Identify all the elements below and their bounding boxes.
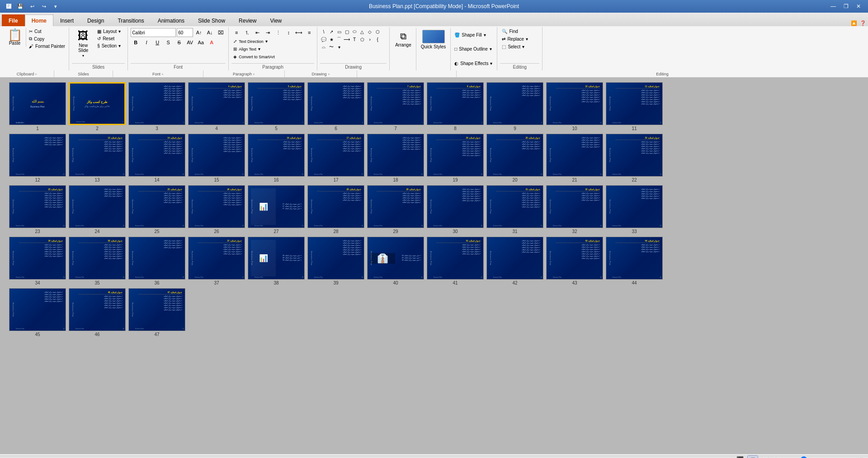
slide-thumb[interactable]: Business Plan عنوان اسلاید 4 • محتوای نم… bbox=[188, 82, 245, 131]
tab-slideshow[interactable]: Slide Show bbox=[191, 14, 232, 26]
shape-star[interactable]: ★ bbox=[328, 36, 335, 43]
tab-design[interactable]: Design bbox=[80, 14, 111, 26]
drawing-dialog-icon[interactable]: ⬦ bbox=[328, 72, 330, 76]
shape-outline-button[interactable]: □ Shape Outline ▾ bbox=[453, 46, 494, 52]
smartart-button[interactable]: ◈ Convert to SmartArt bbox=[231, 53, 277, 60]
slide-thumb[interactable]: Business Plan • محتوای نمونه برای اسلاید… bbox=[546, 134, 603, 182]
font-color-btn[interactable]: A bbox=[207, 38, 217, 47]
slide-thumb[interactable]: Business Plan عنوان اسلاید 28 • محتوای ن… bbox=[307, 185, 364, 234]
slide-thumb[interactable]: Business Plan • محتوای نمونه برای اسلاید… bbox=[128, 237, 185, 285]
slide-thumb[interactable]: Business Plan عنوان اسلاید 19 • محتوای ن… bbox=[427, 134, 484, 182]
section-button[interactable]: § Section ▾ bbox=[95, 42, 123, 49]
columns-btn[interactable]: ⋮ bbox=[273, 28, 283, 37]
slide-thumb[interactable]: Business Plan عنوان اسلاید 8 • محتوای نم… bbox=[427, 82, 484, 131]
slide-thumb[interactable]: Business Plan عنوان اسلاید 5 • محتوای نم… bbox=[248, 82, 305, 131]
shape-brace[interactable]: { bbox=[374, 36, 381, 43]
format-painter-button[interactable]: 🖌 Format Painter bbox=[27, 43, 67, 50]
layout-button[interactable]: ▦ Layout ▾ bbox=[95, 28, 123, 35]
text-direction-button[interactable]: ⤢ Text Direction ▾ bbox=[231, 38, 269, 45]
slide-thumb[interactable]: Business Plan عنوان اسلاید 31 • محتوای ن… bbox=[486, 185, 543, 234]
slide-thumb[interactable]: Business Plan عنوان اسلاید 34 • محتوای ن… bbox=[9, 237, 66, 285]
slide-thumb[interactable]: Business Plan عنوان اسلاید 14 • محتوای ن… bbox=[128, 134, 185, 182]
slide-thumb[interactable]: Business Plan • محتوای نمونه برای اسلاید… bbox=[128, 82, 185, 131]
paste-button[interactable]: 📋 Paste bbox=[4, 28, 26, 47]
slide-thumb[interactable]: Business Plan • محتوای نمونه برای اسلاید… bbox=[606, 185, 663, 234]
font-name-input[interactable] bbox=[131, 28, 176, 37]
slide-thumb[interactable]: Business Plan • محتوای نمونه برای اسلاید… bbox=[307, 237, 364, 285]
shape-curve[interactable]: ⌒ bbox=[335, 36, 343, 43]
slide-thumb[interactable]: Business Plan عنوان اسلاید 20 • محتوای ن… bbox=[486, 134, 543, 182]
tab-home[interactable]: Home bbox=[25, 14, 53, 26]
slide-thumb[interactable]: Business Plan عنوان اسلاید 46 • محتوای ن… bbox=[69, 288, 126, 337]
decrease-font-btn[interactable]: A↓ bbox=[205, 28, 215, 37]
slide-thumb[interactable]: Business Plan • محتوای نمونه برای اسلاید… bbox=[486, 82, 543, 131]
slide-thumb[interactable]: Business Plan عنوان اسلاید 13 • محتوای ن… bbox=[69, 134, 126, 182]
line-spacing-btn[interactable]: ↕ bbox=[283, 28, 293, 37]
slide-thumb[interactable]: Business Plan • محتوای نمونه برای اسلاید… bbox=[9, 134, 66, 182]
slide-thumb[interactable]: Business Plan 📊 • • متن نمونه برای اسلای… bbox=[248, 237, 305, 285]
tab-insert[interactable]: Insert bbox=[53, 14, 80, 26]
slide-thumb[interactable]: Business Plan عنوان اسلاید 32 • محتوای ن… bbox=[546, 185, 603, 234]
char-spacing-btn[interactable]: AV bbox=[185, 38, 195, 47]
slide-thumb[interactable]: Business Plan • محتوای نمونه برای اسلاید… bbox=[486, 237, 543, 285]
slide-thumb[interactable]: Business Plan عنوان اسلاید 10 • محتوای ن… bbox=[546, 82, 603, 131]
slide-thumb[interactable]: Business Plan • محتوای نمونه برای اسلاید… bbox=[307, 82, 364, 131]
slide-thumb[interactable]: Business Plan عنوان اسلاید 7 • محتوای نم… bbox=[367, 82, 424, 131]
slide-thumb[interactable]: Business Plan عنوان اسلاید 47 • محتوای ن… bbox=[128, 288, 185, 337]
new-slide-button[interactable]: 🖼 New Slide ▾ bbox=[72, 28, 94, 59]
slide-thumb[interactable]: Business Plan • محتوای نمونه برای اسلاید… bbox=[367, 134, 424, 182]
shape-diamond[interactable]: ◇ bbox=[366, 28, 373, 35]
shape-effects-button[interactable]: ◐ Shape Effects ▾ bbox=[453, 60, 494, 67]
clear-format-btn[interactable]: ⌧ bbox=[216, 28, 226, 37]
help-icon[interactable]: ❓ bbox=[860, 20, 866, 26]
copy-button[interactable]: ⧉ Copy bbox=[27, 35, 67, 42]
slide-thumb[interactable]: Business Plan عنوان اسلاید 26 • محتوای ن… bbox=[188, 185, 245, 234]
dropdown-btn[interactable]: ▾ bbox=[51, 2, 61, 11]
slide-thumb[interactable]: Business Plan عنوان اسلاید 23 • محتوای ن… bbox=[9, 185, 66, 234]
tab-review[interactable]: Review bbox=[232, 14, 263, 26]
text-direction-btn[interactable]: ⟷ bbox=[294, 28, 304, 37]
slide-thumb[interactable]: Business Plan 📊 • • متن نمونه برای اسلای… bbox=[248, 185, 305, 234]
minimize-btn[interactable]: — bbox=[827, 2, 839, 11]
cut-button[interactable]: ✂ Cut bbox=[27, 28, 67, 35]
clipboard-dialog-icon[interactable]: ⬦ bbox=[35, 72, 37, 76]
reset-button[interactable]: ↺ Reset bbox=[95, 35, 123, 42]
decrease-indent-btn[interactable]: ⇤ bbox=[252, 28, 262, 37]
restore-btn[interactable]: ❐ bbox=[840, 2, 852, 11]
font-dialog-icon[interactable]: ⬦ bbox=[161, 72, 164, 76]
slide-thumb[interactable]: Business Plan بسم الله Business Plan ⏱ 0… bbox=[9, 82, 66, 131]
slide-thumb[interactable]: Business Plan • محتوای نمونه برای اسلاید… bbox=[427, 185, 484, 234]
shape-line[interactable]: \ bbox=[320, 28, 327, 35]
italic-btn[interactable]: I bbox=[142, 38, 151, 47]
align-text-button[interactable]: ⊞ Align Text ▾ bbox=[231, 46, 262, 52]
slide-thumb[interactable]: Business Plan • محتوای نمونه برای اسلاید… bbox=[9, 288, 66, 337]
tab-animations[interactable]: Animations bbox=[151, 14, 191, 26]
slide-thumb[interactable]: Business Plan عنوان اسلاید 44 • محتوای ن… bbox=[606, 237, 663, 285]
slide-thumb[interactable]: Business Plan عنوان اسلاید 16 • محتوای ن… bbox=[248, 134, 305, 182]
save-btn[interactable]: 💾 bbox=[15, 2, 25, 11]
slide-thumb[interactable]: Business Plan عنوان اسلاید 29 • محتوای ن… bbox=[367, 185, 424, 234]
close-btn[interactable]: ✕ bbox=[853, 2, 864, 11]
shape-oval[interactable]: ⬭ bbox=[351, 28, 358, 35]
slide-thumb[interactable]: Business Plan عنوان اسلاید 35 • محتوای ن… bbox=[69, 237, 126, 285]
redo-btn[interactable]: ↪ bbox=[39, 2, 49, 11]
shape-textbox[interactable]: T bbox=[351, 36, 358, 43]
shape-more[interactable]: ▾ bbox=[335, 43, 343, 51]
underline-btn[interactable]: U bbox=[152, 38, 162, 47]
slide-thumb[interactable]: Business Plan عنوان اسلاید 41 • محتوای ن… bbox=[427, 237, 484, 285]
slide-thumb[interactable]: Business Plan عنوان اسلاید 22 • محتوای ن… bbox=[606, 134, 663, 182]
shape-callout[interactable]: 💬 bbox=[320, 36, 327, 43]
shape-arc[interactable]: ⌓ bbox=[320, 43, 327, 51]
shape-connector[interactable]: ⟶ bbox=[343, 36, 350, 43]
shape-rect[interactable]: ▭ bbox=[335, 28, 343, 35]
tab-transitions[interactable]: Transitions bbox=[111, 14, 151, 26]
shape-hexagon[interactable]: ⬡ bbox=[374, 28, 381, 35]
slide-sorter-area[interactable]: Business Plan بسم الله Business Plan ⏱ 0… bbox=[0, 78, 868, 453]
paragraph-dialog-icon[interactable]: ⬦ bbox=[253, 72, 255, 76]
arrange-button[interactable]: ⧉ Arrange bbox=[392, 28, 414, 51]
slide-thumb[interactable]: Business Plan عنوان اسلاید 43 • محتوای ن… bbox=[546, 237, 603, 285]
slide-thumb[interactable]: Business Plan • محتوای نمونه برای اسلاید… bbox=[69, 185, 126, 234]
shape-chevron[interactable]: › bbox=[366, 36, 373, 43]
slide-thumb[interactable]: Business Plan عنوان اسلاید 17 • محتوای ن… bbox=[307, 134, 364, 182]
shape-pentagon[interactable]: ⬠ bbox=[359, 36, 366, 43]
